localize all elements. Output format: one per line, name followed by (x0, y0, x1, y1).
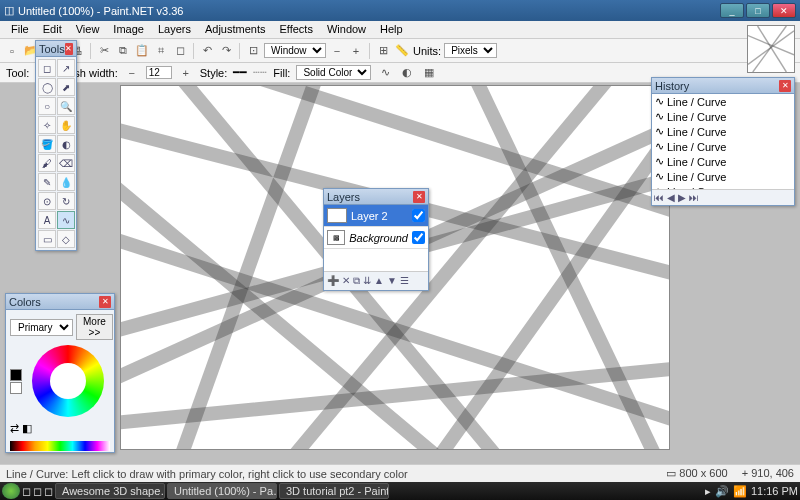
layer-visible-checkbox[interactable] (412, 231, 425, 244)
zoom-in-icon[interactable]: + (348, 43, 364, 59)
colors-more-button[interactable]: More >> (76, 314, 113, 340)
merge-layer-icon[interactable]: ⇊ (363, 275, 371, 287)
background-swatch[interactable] (10, 382, 22, 394)
brush-tool[interactable]: 🖌 (38, 154, 56, 172)
palette-strip[interactable] (10, 441, 110, 451)
history-close-icon[interactable]: ✕ (779, 80, 791, 92)
menu-layers[interactable]: Layers (151, 21, 198, 38)
move-tool[interactable]: ↗ (57, 59, 75, 77)
history-list[interactable]: ∿Line / Curve ∿Line / Curve ∿Line / Curv… (652, 94, 794, 189)
pan-tool[interactable]: ✋ (57, 116, 75, 134)
fill-select[interactable]: Solid Color (296, 65, 371, 80)
menu-effects[interactable]: Effects (273, 21, 320, 38)
quicklaunch-icon[interactable]: ◻ (33, 485, 42, 498)
rect-tool[interactable]: ▭ (38, 230, 56, 248)
copy-icon[interactable]: ⧉ (115, 43, 131, 59)
menu-help[interactable]: Help (373, 21, 410, 38)
taskbar-item[interactable]: Untitled (100%) - Pa… (167, 483, 277, 499)
paste-icon[interactable]: 📋 (134, 43, 150, 59)
pencil-tool[interactable]: ✎ (38, 173, 56, 191)
default-colors-icon[interactable]: ◧ (22, 422, 32, 435)
move-up-icon[interactable]: ▲ (374, 275, 384, 287)
color-primary-select[interactable]: Primary (10, 319, 73, 336)
layer-row[interactable]: ▨ Layer 2 (324, 205, 428, 227)
tools-close-icon[interactable]: ✕ (65, 43, 73, 55)
text-tool[interactable]: A (38, 211, 56, 229)
history-redo-icon[interactable]: ▶ (678, 192, 686, 203)
history-ffwd-icon[interactable]: ⏭ (689, 192, 699, 203)
layer-visible-checkbox[interactable] (412, 209, 425, 222)
history-item[interactable]: ∿Line / Curve (652, 139, 794, 154)
move-selection-tool[interactable]: ⬈ (57, 78, 75, 96)
menu-edit[interactable]: Edit (36, 21, 69, 38)
menu-adjustments[interactable]: Adjustments (198, 21, 273, 38)
menu-file[interactable]: File (4, 21, 36, 38)
move-down-icon[interactable]: ▼ (387, 275, 397, 287)
tray-icon[interactable]: ▸ (705, 485, 711, 498)
cut-icon[interactable]: ✂ (96, 43, 112, 59)
gradient-tool[interactable]: ◐ (57, 135, 75, 153)
tray-icon[interactable]: 📶 (733, 485, 747, 498)
menu-view[interactable]: View (69, 21, 107, 38)
line-tool[interactable]: ∿ (57, 211, 75, 229)
deselect-icon[interactable]: ◻ (172, 43, 188, 59)
quicklaunch-icon[interactable]: ◻ (44, 485, 53, 498)
brush-plus-icon[interactable]: + (178, 65, 194, 81)
ruler-icon[interactable]: 📏 (394, 43, 410, 59)
close-button[interactable]: ✕ (772, 3, 796, 18)
blend-icon[interactable]: ▦ (421, 65, 437, 81)
redo-icon[interactable]: ↷ (218, 43, 234, 59)
undo-icon[interactable]: ↶ (199, 43, 215, 59)
delete-layer-icon[interactable]: ✕ (342, 275, 350, 287)
color-wheel[interactable] (32, 345, 104, 417)
quicklaunch-icon[interactable]: ◻ (22, 485, 31, 498)
foreground-swatch[interactable] (10, 369, 22, 381)
swap-colors-icon[interactable]: ⇄ (10, 422, 19, 435)
maximize-button[interactable]: □ (746, 3, 770, 18)
taskbar-item[interactable]: 3D tutorial pt2 - Paint (279, 483, 389, 499)
add-layer-icon[interactable]: ➕ (327, 275, 339, 287)
line-style-solid[interactable]: ━━ (233, 66, 247, 79)
crop-icon[interactable]: ⌗ (153, 43, 169, 59)
line-style-dash[interactable]: ┄┄ (253, 66, 267, 79)
brush-minus-icon[interactable]: − (124, 65, 140, 81)
history-item[interactable]: ∿Line / Curve (652, 169, 794, 184)
duplicate-layer-icon[interactable]: ⧉ (353, 275, 360, 287)
history-item[interactable]: ∿Line / Curve (652, 94, 794, 109)
menu-image[interactable]: Image (106, 21, 151, 38)
curve-type-icon[interactable]: ∿ (377, 65, 393, 81)
grid-icon[interactable]: ⊞ (375, 43, 391, 59)
picker-tool[interactable]: 💧 (57, 173, 75, 191)
start-button[interactable] (2, 483, 20, 499)
zoom-tool[interactable]: 🔍 (57, 97, 75, 115)
minimize-button[interactable]: _ (720, 3, 744, 18)
properties-icon[interactable]: ☰ (400, 275, 409, 287)
menu-window[interactable]: Window (320, 21, 373, 38)
history-item[interactable]: ∿Line / Curve (652, 154, 794, 169)
units-select[interactable]: Pixels (444, 43, 497, 58)
tray-icon[interactable]: 🔊 (715, 485, 729, 498)
rect-select-tool[interactable]: ◻ (38, 59, 56, 77)
zoom-out-icon[interactable]: − (329, 43, 345, 59)
layers-close-icon[interactable]: ✕ (413, 191, 425, 203)
history-item[interactable]: ∿Line / Curve (652, 109, 794, 124)
taskbar-item[interactable]: Awesome 3D shape… (55, 483, 165, 499)
antialias-icon[interactable]: ◐ (399, 65, 415, 81)
magic-wand-tool[interactable]: ✧ (38, 116, 56, 134)
zoom-fit-icon[interactable]: ⊡ (245, 43, 261, 59)
clone-tool[interactable]: ⊙ (38, 192, 56, 210)
lasso-tool[interactable]: ◯ (38, 78, 56, 96)
brush-width-input[interactable] (146, 66, 172, 79)
eraser-tool[interactable]: ⌫ (57, 154, 75, 172)
layer-row[interactable]: ▩ Background (324, 227, 428, 249)
shapes-tool[interactable]: ◇ (57, 230, 75, 248)
fill-tool[interactable]: 🪣 (38, 135, 56, 153)
history-undo-icon[interactable]: ◀ (667, 192, 675, 203)
history-rewind-icon[interactable]: ⏮ (654, 192, 664, 203)
navigator-thumbnail[interactable] (747, 25, 795, 73)
zoom-select[interactable]: Window (264, 43, 326, 58)
ellipse-select-tool[interactable]: ○ (38, 97, 56, 115)
clock[interactable]: 11:16 PM (751, 485, 798, 497)
new-icon[interactable]: ▫ (4, 43, 20, 59)
colors-close-icon[interactable]: ✕ (99, 296, 111, 308)
